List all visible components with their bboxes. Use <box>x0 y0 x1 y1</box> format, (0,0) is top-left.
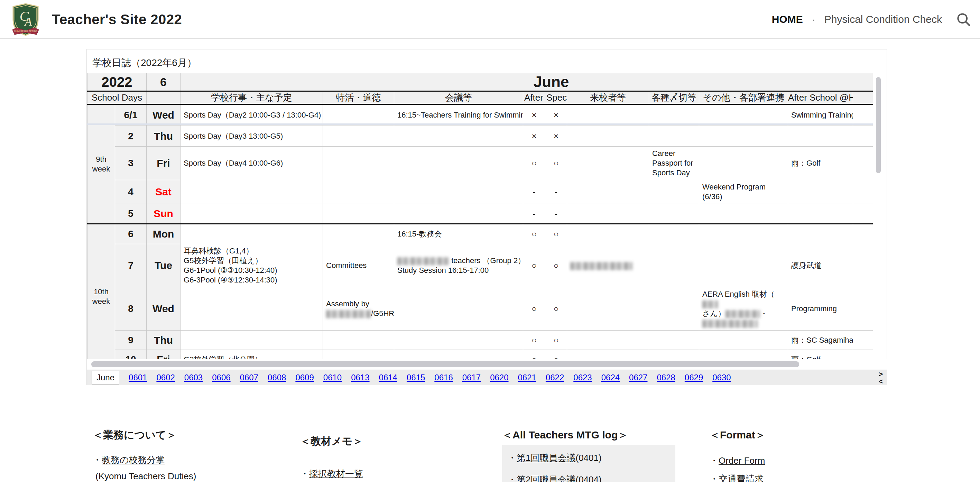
tab-0614[interactable]: 0614 <box>379 373 397 382</box>
cell-visitors <box>567 104 649 126</box>
cell-other <box>699 104 788 126</box>
tab-0623[interactable]: 0623 <box>573 373 592 382</box>
cell-events <box>180 204 323 224</box>
bullet: ・ <box>710 455 719 466</box>
date-cell: 8 <box>115 287 146 331</box>
tab-0629[interactable]: 0629 <box>685 373 703 382</box>
section-link[interactable]: 第2回職員会議 <box>517 474 576 482</box>
tab-0603[interactable]: 0603 <box>184 373 203 382</box>
tab-0613[interactable]: 0613 <box>351 373 369 382</box>
section-link[interactable]: Order Form <box>719 455 765 466</box>
school-logo[interactable]: C A DUM SPIRO SPERO <box>10 3 41 37</box>
tab-scroll-arrows: > < <box>879 370 883 385</box>
section-link[interactable]: 交通費請求 <box>719 474 764 482</box>
cell-events <box>180 224 323 244</box>
cell-hall <box>788 180 853 204</box>
cell-deadlines <box>649 224 699 244</box>
list-item: ・Order Form <box>710 455 765 467</box>
tab-0610[interactable]: 0610 <box>323 373 342 382</box>
cell-visitors <box>567 146 649 180</box>
tab-0617[interactable]: 0617 <box>462 373 480 382</box>
tab-bar: June 06010602060306060607060806090610061… <box>87 370 887 385</box>
tab-0622[interactable]: 0622 <box>546 373 564 382</box>
cell-tokkatsu: Committees <box>323 244 394 287</box>
vertical-scrollbar[interactable] <box>876 77 881 173</box>
cell-deadlines <box>649 204 699 224</box>
day-cell: Thu <box>146 331 180 350</box>
cell-hall <box>788 126 853 146</box>
cell-other <box>699 350 788 360</box>
tab-0608[interactable]: 0608 <box>268 373 286 382</box>
cell-events <box>180 331 323 350</box>
tab-0607[interactable]: 0607 <box>240 373 258 382</box>
list-item: ・教務の校務分掌 <box>93 454 196 466</box>
table-row: 8WedAssembly by/G5HRT○○AERA English 取材（さ… <box>88 287 873 331</box>
column-header-eng: Eng <box>853 91 873 104</box>
cell-visitors <box>567 126 649 146</box>
bullet: ・ <box>508 453 517 463</box>
tab-0628[interactable]: 0628 <box>657 373 675 382</box>
section-box: ・第1回職員会議(0401)・第2回職員会議(0404) <box>502 445 675 482</box>
cell-meetings: 16:15-教務会 <box>394 224 523 244</box>
day-cell: Sun <box>146 204 180 224</box>
tab-0606[interactable]: 0606 <box>212 373 230 382</box>
tab-0630[interactable]: 0630 <box>712 373 731 382</box>
redacted-text <box>725 310 760 318</box>
tab-0620[interactable]: 0620 <box>490 373 508 382</box>
tab-0609[interactable]: 0609 <box>295 373 313 382</box>
cell-tokkatsu <box>323 146 394 180</box>
tab-june[interactable]: June <box>92 371 119 385</box>
horizontal-scrollbar[interactable] <box>91 361 799 367</box>
cell-events: Sports Day（Day2 10:00-G3 / 13:00-G4) <box>180 104 323 126</box>
scroll-right-button[interactable]: > <box>879 370 883 378</box>
cell-eng <box>853 146 873 180</box>
cell-eng <box>853 244 873 287</box>
cell-other <box>699 224 788 244</box>
date-cell: 6 <box>115 224 146 244</box>
cell-after_school: ○ <box>523 350 545 360</box>
footer-section-gyomu: ＜業務について＞・教務の校務分掌(Kyomu Teachers Duties) <box>93 428 196 482</box>
nav-physical-condition-check[interactable]: Physical Condition Check <box>824 13 942 25</box>
tab-0615[interactable]: 0615 <box>407 373 425 382</box>
cell-visitors <box>567 204 649 224</box>
cell-visitors <box>567 180 649 204</box>
section-link[interactable]: 採択教材一覧 <box>309 469 363 479</box>
cell-meetings <box>394 126 523 146</box>
cell-eng <box>853 331 873 350</box>
nav-home[interactable]: HOME <box>772 13 803 25</box>
cell-meetings <box>394 204 523 224</box>
scroll-left-button[interactable]: < <box>879 378 883 385</box>
cell-other <box>699 126 788 146</box>
cell-hall: Swimming Training <box>788 104 853 126</box>
tab-0621[interactable]: 0621 <box>518 373 536 382</box>
column-header-other: その他・各部署連携 <box>699 91 788 104</box>
cell-meetings: teachers （Group 2）Study Session 16:15-17… <box>394 244 523 287</box>
school-days-header: School Days <box>88 91 146 104</box>
cell-tokkatsu <box>323 104 394 126</box>
day-cell: Tue <box>146 244 180 287</box>
section-link[interactable]: 第1回職員会議 <box>517 453 576 463</box>
cell-meetings <box>394 180 523 204</box>
cell-special_lesson: × <box>545 104 567 126</box>
tab-0616[interactable]: 0616 <box>434 373 453 382</box>
cell-events: Sports Day（Day4 10:00-G6) <box>180 146 323 180</box>
cell-special_lesson: × <box>545 126 567 146</box>
cell-after_school: × <box>523 126 545 146</box>
table-row: 4Sat--Weekend Program (6/36) <box>88 180 873 204</box>
search-icon[interactable] <box>956 12 971 27</box>
tab-0624[interactable]: 0624 <box>601 373 620 382</box>
link-suffix: (0404) <box>576 474 601 482</box>
section-link[interactable]: 教務の校務分掌 <box>102 455 165 465</box>
tab-0602[interactable]: 0602 <box>156 373 175 382</box>
list-item: ・交通費請求 <box>710 473 765 482</box>
cell-meetings: 16:15~Teachers Training for Swimming <box>394 104 523 126</box>
cell-after_school: - <box>523 204 545 224</box>
site-title: Teacher's Site 2022 <box>52 0 182 39</box>
cell-other <box>699 146 788 180</box>
day-cell: Fri <box>146 350 180 360</box>
list-item: ・第2回職員会議(0404) <box>508 474 675 482</box>
tab-0601[interactable]: 0601 <box>129 373 147 382</box>
cell-eng <box>853 287 873 331</box>
cell-eng <box>853 224 873 244</box>
tab-0627[interactable]: 0627 <box>629 373 648 382</box>
